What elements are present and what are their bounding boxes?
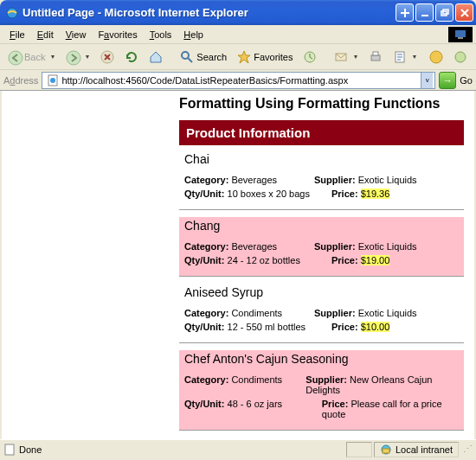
- favorites-label: Favorites: [254, 52, 293, 62]
- price-label: Price:: [331, 255, 358, 265]
- stop-icon: [100, 50, 114, 64]
- supplier-value: Exotic Liquids: [358, 241, 417, 252]
- svg-point-11: [182, 52, 189, 59]
- tool-icon: [453, 50, 467, 64]
- print-icon: [369, 50, 383, 64]
- throbber-icon: [448, 27, 473, 42]
- status-bar: Done Local intranet ⋰: [0, 439, 476, 458]
- svg-rect-3: [421, 15, 428, 16]
- ie-icon: [5, 6, 19, 20]
- forward-button[interactable]: ▼: [61, 48, 94, 67]
- mail-icon: [334, 50, 348, 64]
- status-text: Done: [19, 444, 42, 455]
- product-name: Aniseed Syrup: [184, 285, 459, 299]
- window-title: Untitled Page - Microsoft Internet Explo…: [23, 6, 396, 19]
- chevron-down-icon: ▼: [411, 54, 417, 60]
- zone-label: Local intranet: [396, 444, 453, 455]
- status-page-icon: [3, 444, 16, 456]
- home-button[interactable]: [145, 48, 167, 67]
- product-item: Chef Anton's Cajun SeasoningCategory: Co…: [179, 350, 464, 431]
- url-input[interactable]: [61, 75, 421, 86]
- supplier-label: Supplier:: [314, 175, 356, 185]
- viewport[interactable]: Formatting Using Formatting Functions Pr…: [0, 91, 476, 439]
- star-icon: [237, 50, 251, 64]
- category-label: Category:: [184, 308, 228, 318]
- category-value: Beverages: [231, 175, 277, 185]
- qty-label: Qty/Unit:: [184, 188, 224, 199]
- search-icon: [180, 50, 194, 64]
- history-button[interactable]: [299, 48, 321, 67]
- favorites-button[interactable]: Favorites: [233, 48, 297, 67]
- product-item: Aniseed SyrupCategory: CondimentsSupplie…: [179, 284, 464, 343]
- price-label: Price:: [331, 322, 358, 332]
- refresh-icon: [125, 50, 138, 64]
- svg-rect-24: [383, 449, 389, 453]
- supplier-label: Supplier:: [314, 308, 356, 318]
- category-label: Category:: [184, 374, 228, 385]
- url-dropdown[interactable]: v: [421, 73, 433, 88]
- status-zone: Local intranet: [374, 442, 459, 457]
- price-value: $10.00: [361, 322, 390, 332]
- category-value: Condiments: [231, 374, 282, 385]
- category-value: Beverages: [231, 241, 277, 252]
- menu-view[interactable]: View: [60, 28, 93, 42]
- chevron-down-icon: ▼: [352, 54, 358, 60]
- url-box[interactable]: v: [42, 72, 435, 89]
- back-icon: [8, 50, 22, 64]
- address-bar: Address v → Go: [0, 70, 476, 91]
- product-item: ChangCategory: BeveragesSupplier: Exotic…: [179, 217, 464, 277]
- supplier-value: Exotic Liquids: [358, 308, 417, 318]
- svg-point-9: [67, 51, 80, 65]
- product-name: Chang: [184, 219, 459, 233]
- edit-button[interactable]: ▼: [389, 48, 421, 67]
- print-button[interactable]: [364, 48, 387, 67]
- address-label: Address: [3, 75, 38, 86]
- window-buttons: [396, 3, 473, 22]
- tool-button-2[interactable]: [449, 48, 472, 67]
- menu-tools[interactable]: Tools: [144, 28, 178, 42]
- chevron-down-icon: ▼: [49, 54, 55, 60]
- svg-point-17: [430, 51, 442, 63]
- page-heading: Formatting Using Formatting Functions: [179, 96, 464, 112]
- search-label: Search: [196, 52, 227, 62]
- svg-rect-15: [373, 52, 378, 55]
- stop-button[interactable]: [96, 48, 119, 67]
- menu-favorites[interactable]: Favorites: [92, 28, 143, 42]
- supplier-label: Supplier:: [306, 374, 347, 385]
- history-icon: [303, 50, 317, 64]
- forward-icon: [66, 50, 80, 64]
- minimize-button[interactable]: [415, 3, 434, 22]
- restore-button[interactable]: [435, 3, 453, 22]
- mail-button[interactable]: ▼: [330, 48, 363, 67]
- price-value: $19.00: [361, 255, 390, 265]
- price-label: Price:: [322, 399, 349, 409]
- refresh-button[interactable]: [120, 48, 143, 67]
- svg-rect-22: [5, 444, 14, 455]
- help-button[interactable]: [396, 3, 414, 22]
- qty-label: Qty/Unit:: [184, 322, 224, 332]
- svg-point-21: [50, 78, 55, 83]
- category-value: Condiments: [231, 308, 282, 318]
- svg-rect-2: [404, 9, 406, 17]
- go-label: Go: [460, 75, 473, 86]
- qty-value: 24 - 12 oz bottles: [228, 255, 300, 265]
- qty-label: Qty/Unit:: [184, 255, 224, 265]
- menu-edit[interactable]: Edit: [31, 28, 60, 42]
- qty-value: 48 - 6 oz jars: [228, 399, 283, 409]
- resize-grip[interactable]: ⋰: [460, 444, 473, 455]
- svg-rect-14: [371, 55, 380, 61]
- tool-button-1[interactable]: [425, 48, 447, 67]
- price-value: $19.36: [361, 188, 390, 199]
- search-button[interactable]: Search: [176, 48, 231, 67]
- page-content: Formatting Using Formatting Functions Pr…: [2, 91, 474, 439]
- page-icon: [47, 74, 59, 86]
- menu-bar: FFileile Edit View Favorites Tools Help: [0, 25, 476, 44]
- menu-help[interactable]: Help: [177, 28, 209, 42]
- go-button[interactable]: →: [439, 72, 456, 89]
- back-button[interactable]: Back ▼: [3, 48, 60, 67]
- category-label: Category:: [184, 175, 228, 185]
- menu-file[interactable]: FFileile: [3, 28, 31, 42]
- title-bar: Untitled Page - Microsoft Internet Explo…: [0, 0, 476, 25]
- category-label: Category:: [184, 241, 228, 252]
- close-button[interactable]: [455, 3, 473, 22]
